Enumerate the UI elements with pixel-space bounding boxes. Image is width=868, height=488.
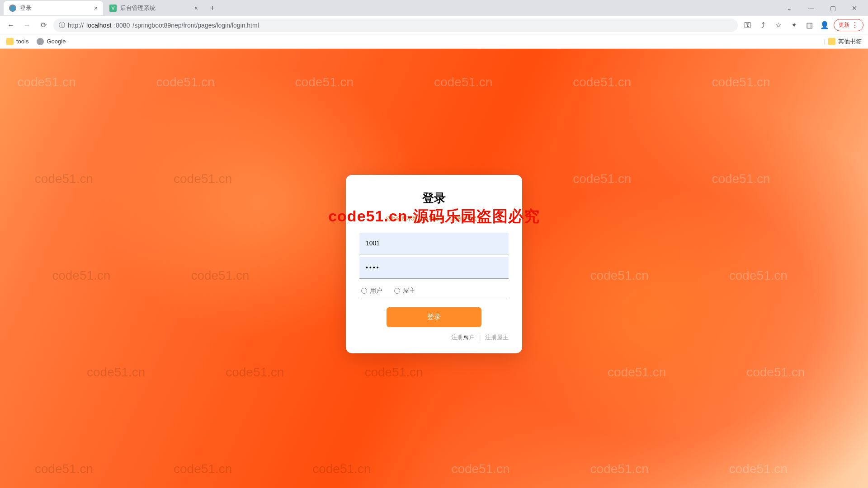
radio-icon [394,288,400,294]
extensions-icon[interactable]: ✦ [788,19,800,32]
watermark: code51.cn [590,268,649,283]
reload-icon[interactable]: ⟳ [37,19,50,32]
profile-icon[interactable]: 👤 [818,19,831,32]
role-owner-label: 屋主 [403,287,415,295]
watermark: code51.cn [35,172,93,186]
username-input[interactable] [359,233,509,254]
watermark: code51.cn [573,172,631,186]
menu-icon: ⋮ [851,22,859,29]
url-host: localhost [86,22,111,29]
url-bar[interactable]: ⓘ http://localhost:8080/springboot89nep/… [53,19,738,32]
bookmark-google[interactable]: Google [37,38,66,45]
back-icon[interactable]: ← [5,19,17,32]
bookmark-label: tools [16,38,28,45]
update-label: 更新 [839,21,849,29]
watermark: code51.cn [590,462,649,476]
watermark: code51.cn [746,365,805,380]
toolbar-right: ⚿ ⤴ ☆ ✦ ▥ 👤 更新 ⋮ [741,19,863,32]
watermark: code51.cn [295,75,354,89]
overlay-watermark-text: code51.cn-源码乐园盗图必究 [328,206,540,227]
bookmark-tools[interactable]: tools [6,38,28,45]
watermark: code51.cn [174,462,232,476]
url-path: /springboot89nep/front/pages/login/login… [132,22,259,29]
info-icon: ⓘ [59,21,65,29]
window-controls: ⌄ — ▢ ✕ [779,1,868,15]
tab-login[interactable]: 🌐 登录 × [4,1,103,15]
folder-icon [6,38,14,45]
cursor-icon: ↖ [463,333,469,341]
watermark: code51.cn [729,462,788,476]
folder-icon [828,38,835,45]
radio-icon [361,288,367,294]
url-scheme: http:// [68,22,84,29]
watermark: code51.cn [52,268,110,283]
globe-icon: 🌐 [9,5,16,12]
minimize-icon[interactable]: — [801,1,821,15]
password-input[interactable] [359,257,509,279]
watermark: code51.cn [729,268,788,283]
login-card: 登录 公共场所不建议自动登录，以防账号丢失 用户 屋主 登录 注册用户 | 注册… [346,175,522,353]
register-links: 注册用户 | 注册屋主 [359,333,509,342]
register-owner-link[interactable]: 注册屋主 [485,334,509,341]
watermark: code51.cn [174,172,232,186]
watermark: code51.cn [191,268,249,283]
bookmark-label: 其他书签 [838,38,862,46]
login-button-label: 登录 [427,313,441,320]
watermark: code51.cn [712,172,770,186]
update-button[interactable]: 更新 ⋮ [834,19,863,31]
watermark: code51.cn [364,365,423,380]
login-title: 登录 [359,190,509,206]
tab-title: 后台管理系统 [120,4,156,12]
login-button[interactable]: 登录 [387,307,481,327]
nav-bar: ← → ⟳ ⓘ http://localhost:8080/springboot… [0,16,868,34]
watermark: code51.cn [312,462,371,476]
role-user-label: 用户 [370,287,382,295]
url-port: :8080 [114,22,130,29]
tab-title: 登录 [20,4,32,12]
new-tab-button[interactable]: + [206,2,219,14]
username-row [359,233,509,254]
page-content: code51.cn code51.cn code51.cn code51.cn … [0,49,868,488]
watermark: code51.cn [226,365,284,380]
role-owner-radio[interactable]: 屋主 [394,287,415,295]
star-icon[interactable]: ☆ [772,19,785,32]
password-row [359,257,509,279]
watermark: code51.cn [451,462,509,476]
globe-icon [37,38,44,45]
tab-admin[interactable]: V 后台管理系统 × [104,1,203,15]
bookmark-bar: tools Google | 其他书签 [0,34,868,49]
sidepanel-icon[interactable]: ▥ [803,19,816,32]
browser-chrome: 🌐 登录 × V 后台管理系统 × + ⌄ — ▢ ✕ ← → ⟳ ⓘ http… [0,0,868,49]
maximize-icon[interactable]: ▢ [823,1,843,15]
watermark: code51.cn [17,75,75,89]
share-icon[interactable]: ⤴ [757,19,769,32]
close-icon[interactable]: × [194,5,198,12]
divider: | [824,38,826,45]
role-radio-group: 用户 屋主 [359,282,509,298]
watermark: code51.cn [712,75,770,89]
watermark: code51.cn [434,75,492,89]
forward-icon[interactable]: → [21,19,33,32]
watermark: code51.cn [156,75,215,89]
watermark: code51.cn [573,75,631,89]
watermark: code51.cn [608,365,666,380]
key-icon[interactable]: ⚿ [741,19,754,32]
tab-bar: 🌐 登录 × V 后台管理系统 × + ⌄ — ▢ ✕ [0,0,868,16]
close-window-icon[interactable]: ✕ [844,1,864,15]
separator: | [479,334,481,341]
watermark: code51.cn [35,462,93,476]
close-icon[interactable]: × [94,5,98,12]
bookmark-other[interactable]: | 其他书签 [824,38,862,46]
role-user-radio[interactable]: 用户 [361,287,382,295]
vue-icon: V [109,5,117,12]
bookmark-label: Google [47,38,66,45]
watermark: code51.cn [87,365,145,380]
chevron-down-icon[interactable]: ⌄ [779,1,799,15]
